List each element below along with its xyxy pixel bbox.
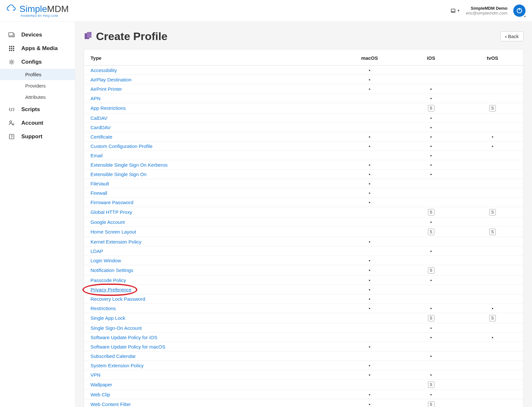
supported-dot: •: [430, 372, 432, 378]
svg-point-16: [10, 121, 12, 123]
profile-type-link[interactable]: Extensible Single Sign On Kerberos: [90, 162, 167, 168]
table-row: System Extension Policy•: [84, 361, 523, 370]
svg-point-17: [13, 124, 14, 125]
table-row: Google Account•: [84, 217, 523, 227]
profile-type-link[interactable]: Firmware Password: [90, 200, 133, 205]
sidebar-item-label: Apps & Media: [21, 45, 58, 52]
sidebar-item-configs[interactable]: Configs: [0, 55, 75, 69]
profile-type-link[interactable]: VPN: [90, 372, 101, 378]
profile-type-link[interactable]: Home Screen Layout: [90, 229, 136, 235]
profile-type-link[interactable]: AirPrint Printer: [90, 86, 122, 92]
th-tvos: tvOS: [462, 49, 523, 66]
profile-type-link[interactable]: Notification Settings: [90, 267, 133, 273]
supported-dot: •: [430, 353, 432, 359]
back-button[interactable]: ‹ Back: [500, 31, 524, 41]
profile-type-link[interactable]: Email: [90, 153, 103, 158]
profile-type-link[interactable]: Login Window: [90, 258, 121, 263]
table-row: FileVault•: [84, 179, 523, 188]
supported-dot: •: [369, 402, 370, 407]
supported-dot: •: [430, 172, 432, 177]
power-menu[interactable]: ▼: [513, 5, 526, 17]
supported-dot: •: [430, 86, 432, 92]
sidebar-sub-attributes[interactable]: Attributes: [0, 91, 75, 103]
sidebar-item-devices[interactable]: Devices: [0, 28, 75, 42]
sidebar-item-label: Devices: [21, 32, 42, 38]
supported-dot: •: [492, 143, 493, 149]
sidebar-item-apps[interactable]: Apps & Media: [0, 42, 75, 55]
profile-type-link[interactable]: System Extension Policy: [90, 363, 144, 368]
supported-dot: •: [492, 134, 493, 140]
supported-dot: •: [430, 153, 432, 158]
profile-type-link[interactable]: Privacy Preference: [90, 287, 132, 292]
supervised-badge: S: [489, 229, 496, 235]
profile-type-link[interactable]: Software Update Policy for iOS: [90, 335, 157, 340]
svg-text:?: ?: [11, 135, 13, 139]
profile-type-link[interactable]: Firewall: [90, 190, 107, 196]
profile-type-link[interactable]: Custom Configuration Profile: [90, 143, 153, 149]
supported-dot: •: [369, 134, 370, 140]
profile-type-link[interactable]: Accessibility: [90, 68, 117, 73]
profile-type-link[interactable]: Global HTTP Proxy: [90, 209, 132, 215]
profile-type-link[interactable]: Wallpaper: [90, 382, 112, 387]
supervised-badge: S: [428, 315, 434, 321]
supervised-badge: S: [428, 229, 434, 235]
supported-dot: •: [369, 86, 370, 92]
supervised-badge: S: [489, 209, 496, 215]
supported-dot: •: [430, 219, 432, 225]
th-ios: iOS: [400, 49, 462, 66]
table-row: Certificate•••: [84, 132, 523, 141]
profile-type-link[interactable]: CalDAV: [90, 115, 107, 121]
supported-dot: •: [430, 134, 432, 140]
profile-type-link[interactable]: Google Account: [90, 219, 125, 225]
supported-dot: •: [369, 296, 370, 302]
table-row: CardDAV•: [84, 123, 523, 132]
profile-type-link[interactable]: App Restrictions: [90, 105, 126, 111]
supported-dot: •: [430, 96, 432, 101]
supported-dot: •: [369, 306, 370, 311]
table-row: Software Update Policy for iOS••: [84, 333, 523, 342]
laptop-icon: [450, 8, 456, 14]
user-info: SimpleMDM Demo eric@simplemdm.com: [466, 6, 507, 16]
profile-type-link[interactable]: Web Content Filter: [90, 402, 131, 407]
supported-dot: •: [430, 306, 432, 311]
table-row: App RestrictionsSS: [84, 103, 523, 113]
brand-logo[interactable]: SimpleMDM POWERED BY PDQ.COM: [6, 4, 69, 17]
table-row: CalDAV•: [84, 113, 523, 123]
sidebar-item-scripts[interactable]: Scripts: [0, 103, 75, 116]
profile-type-link[interactable]: Passcode Policy: [90, 277, 126, 283]
profile-type-link[interactable]: AirPlay Destination: [90, 77, 132, 82]
profile-type-link[interactable]: Restrictions: [90, 306, 116, 311]
table-row: Single App LockSS: [84, 313, 523, 323]
sidebar-sub-profiles[interactable]: Profiles: [0, 69, 75, 80]
notifications-menu[interactable]: ▼: [450, 8, 460, 14]
profile-type-link[interactable]: Subscribed Calendar: [90, 353, 136, 359]
supported-dot: •: [369, 267, 370, 273]
sidebar-sub-providers[interactable]: Providers: [0, 80, 75, 91]
supervised-badge: S: [428, 209, 434, 215]
profile-type-link[interactable]: Software Update Policy for macOS: [90, 344, 165, 350]
supported-dot: •: [369, 68, 370, 73]
profile-type-link[interactable]: Single App Lock: [90, 315, 125, 321]
profile-type-link[interactable]: Recovery Lock Password: [90, 296, 145, 302]
svg-rect-13: [11, 50, 12, 51]
profile-type-link[interactable]: Single Sign-On Account: [90, 325, 142, 331]
svg-rect-11: [13, 48, 14, 49]
support-icon: ?: [8, 134, 16, 140]
svg-rect-12: [9, 50, 10, 51]
profile-type-link[interactable]: Certificate: [90, 134, 112, 140]
sidebar-item-account[interactable]: Account: [0, 116, 75, 130]
supported-dot: •: [430, 277, 432, 283]
profile-type-link[interactable]: APN: [90, 96, 101, 101]
profile-type-link[interactable]: CardDAV: [90, 125, 111, 130]
sidebar-item-support[interactable]: ? Support: [0, 130, 75, 143]
supported-dot: •: [369, 372, 370, 378]
profile-type-link[interactable]: LDAP: [90, 248, 103, 254]
brand-mdm-text: MDM: [47, 4, 69, 14]
profile-type-link[interactable]: FileVault: [90, 181, 109, 186]
table-row: Web Clip••: [84, 390, 523, 399]
profile-type-link[interactable]: Extensible Single Sign On: [90, 172, 146, 177]
page-title: Create Profile: [96, 30, 167, 43]
profile-type-link[interactable]: Kernel Extension Policy: [90, 239, 142, 245]
gear-icon: [8, 59, 16, 65]
profile-type-link[interactable]: Web Clip: [90, 392, 110, 397]
